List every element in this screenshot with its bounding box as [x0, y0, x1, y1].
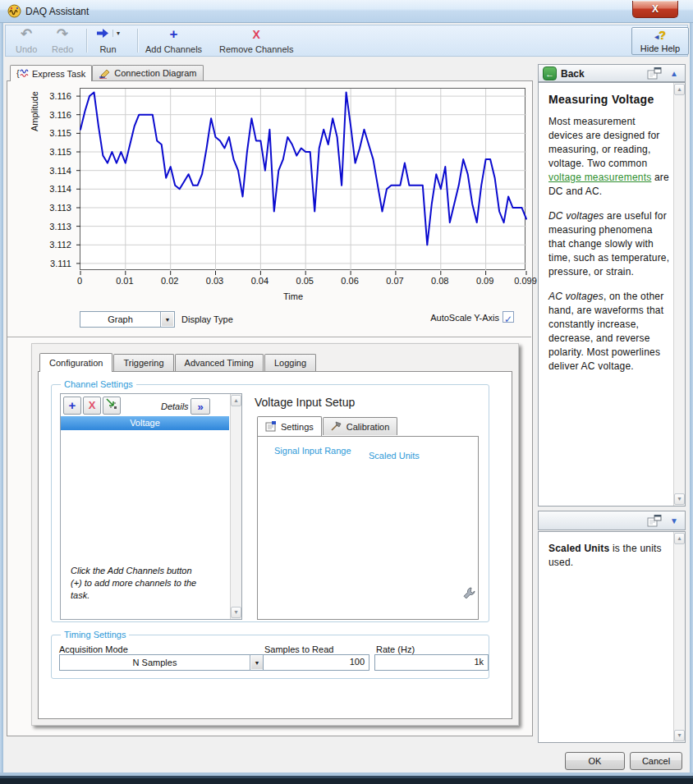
dock-help-icon[interactable] — [647, 67, 662, 80]
delete-channel-button[interactable]: X — [83, 397, 101, 415]
scroll-up-icon[interactable]: ▴ — [231, 395, 241, 406]
ok-button[interactable]: OK — [565, 752, 625, 770]
expand-help-icon[interactable]: ▼ — [670, 516, 678, 525]
cancel-button[interactable]: Cancel — [630, 752, 682, 770]
dropdown-arrow-icon[interactable]: ▼ — [160, 312, 174, 327]
toolbar-separator — [137, 29, 138, 53]
x-tick-label: 0.07 — [386, 276, 403, 286]
hide-help-button[interactable]: ◂? Hide Help — [631, 27, 689, 55]
window-title: DAQ Assistant — [25, 6, 89, 17]
dropdown-arrow-icon[interactable]: ▼ — [250, 655, 264, 670]
tab-express-task[interactable]: { Express Task — [10, 65, 92, 81]
tab-calibration[interactable]: Calibration — [323, 417, 398, 435]
y-tick-label: 3.113 — [49, 203, 71, 213]
title-bar[interactable]: DAQ Assistant X — [0, 0, 693, 23]
tab-connection-diagram[interactable]: Connection Diagram — [92, 65, 203, 80]
add-channels-button[interactable]: + Add Channels — [142, 27, 205, 55]
y-tick-label: 3.115 — [49, 128, 71, 138]
x-tick-label: 0 — [77, 276, 82, 286]
settings-page — [257, 436, 479, 620]
acquisition-mode-label: Acquisition Mode — [59, 644, 128, 654]
back-arrow-icon: ← — [545, 69, 554, 79]
task-tab-strip: { Express Task Connection Diagram — [10, 65, 204, 80]
waveform-graph[interactable] — [80, 88, 525, 270]
close-icon[interactable]: X — [632, 1, 678, 18]
redo-icon: ↷ — [57, 28, 68, 41]
express-task-icon: { — [16, 68, 29, 79]
help-title: Measuring Voltage — [548, 93, 670, 107]
channel-settings-label: Channel Settings — [61, 379, 136, 389]
tab-triggering[interactable]: Triggering — [113, 354, 173, 371]
x-tick-label: 0.06 — [341, 276, 358, 286]
tab-configuration[interactable]: Configuration — [39, 353, 112, 372]
scroll-up-icon[interactable]: ▴ — [674, 84, 685, 95]
timing-settings-label: Timing Settings — [61, 630, 129, 640]
collapse-help-icon[interactable]: ▲ — [670, 69, 678, 78]
svg-text:{: { — [16, 68, 20, 78]
details-label: Details — [161, 401, 189, 411]
window-border-bottom — [0, 773, 693, 784]
run-icon — [96, 28, 109, 39]
add-channels-hint: Click the Add Channels button (+) to add… — [71, 565, 204, 602]
undo-button[interactable]: ↶ Undo — [12, 27, 40, 55]
samples-to-read-field[interactable]: 100 — [263, 654, 369, 671]
window-border-left — [0, 23, 3, 774]
y-tick-label: 3.112 — [49, 240, 71, 250]
app-icon — [7, 4, 21, 18]
scroll-down-icon[interactable]: ▾ — [674, 493, 685, 505]
toolbar: ↶ Undo ↷ Redo ▾ Run + Add Channels X Rem… — [5, 25, 688, 57]
x-tick-label: 0.09 — [476, 276, 493, 286]
wrench-icon — [461, 586, 476, 603]
remove-icon: X — [253, 28, 260, 41]
toolbar-separator — [86, 29, 87, 53]
tab-advanced-timing[interactable]: Advanced Timing — [175, 354, 264, 371]
context-help-scrollbar[interactable]: ▴ ▾ — [673, 532, 685, 742]
details-button[interactable]: » — [190, 398, 210, 415]
calibration-tab-icon — [331, 421, 342, 432]
samples-to-read-label: Samples to Read — [264, 644, 333, 654]
scroll-down-icon[interactable]: ▾ — [231, 607, 241, 618]
run-dropdown-icon[interactable]: ▾ — [112, 30, 120, 37]
tab-logging[interactable]: Logging — [264, 354, 316, 371]
dock-help-icon[interactable] — [647, 515, 662, 527]
redo-button[interactable]: ↷ Redo — [48, 27, 76, 55]
voltage-measurements-link[interactable]: voltage measurements — [548, 172, 651, 183]
remove-channels-button[interactable]: X Remove Channels — [216, 27, 297, 55]
y-tick-label: 3.116 — [49, 110, 71, 120]
add-channel-button[interactable]: + — [63, 397, 81, 415]
edit-scale-button[interactable] — [461, 586, 476, 606]
setup-tab-strip: Settings Calibration — [257, 416, 398, 435]
run-button[interactable]: ▾ Run — [93, 27, 123, 55]
x-tick-label: 0.01 — [116, 276, 133, 286]
x-tick-label: 0.05 — [296, 276, 314, 286]
change-physical-channel-button[interactable] — [103, 397, 121, 415]
rate-field[interactable]: 1k — [374, 654, 489, 671]
x-tick-label: 0.02 — [161, 276, 178, 286]
x-tick-label: 0.08 — [431, 276, 448, 286]
x-tick-label: 0.03 — [206, 276, 223, 286]
autoscale-checkbox[interactable]: ✓ — [503, 311, 514, 323]
signal-input-range-label: Signal Input Range — [271, 446, 355, 456]
back-button[interactable]: ← — [543, 66, 557, 80]
waveform-plot-area — [80, 89, 526, 271]
rate-label: Rate (Hz) — [376, 644, 415, 654]
help-panel: Measuring Voltage Most measurement devic… — [538, 82, 686, 507]
add-icon: + — [170, 28, 178, 41]
x-axis-title: Time — [283, 291, 303, 301]
back-label: Back — [561, 68, 585, 80]
scroll-up-icon[interactable]: ▴ — [674, 533, 685, 544]
help-icon: ◂? — [654, 29, 666, 42]
acquisition-mode-dropdown[interactable]: N Samples ▼ — [59, 654, 264, 671]
y-tick-label: 3.115 — [49, 147, 71, 157]
y-tick-label: 3.111 — [50, 259, 71, 268]
help-scrollbar[interactable]: ▴ ▾ — [673, 83, 685, 506]
display-type-dropdown[interactable]: Graph ▼ — [80, 311, 175, 328]
display-type-label: Display Type — [181, 314, 233, 324]
tab-settings[interactable]: Settings — [257, 416, 322, 436]
channel-list-scrollbar[interactable]: ▴ ▾ — [230, 394, 241, 619]
scroll-down-icon[interactable]: ▾ — [674, 730, 685, 741]
help-content: Measuring Voltage Most measurement devic… — [548, 93, 670, 384]
y-axis-tick-labels: 3.1163.1163.1153.1153.1143.1143.1133.113… — [34, 89, 76, 271]
double-chevron-icon: » — [197, 401, 203, 413]
channel-row-voltage[interactable]: Voltage — [61, 416, 229, 430]
